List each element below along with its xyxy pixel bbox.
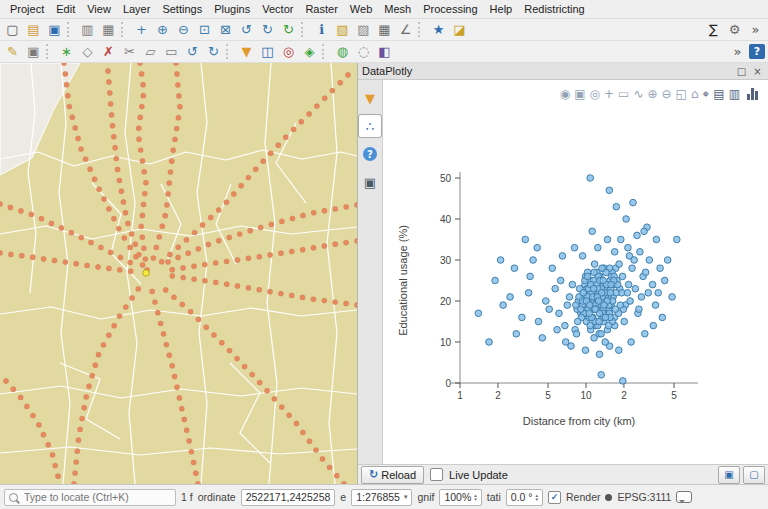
chevron-down-icon[interactable]: ▾ (404, 493, 408, 501)
station-point[interactable] (139, 104, 144, 109)
station-point[interactable] (333, 299, 338, 304)
station-point[interactable] (159, 259, 164, 264)
station-point[interactable] (72, 470, 77, 475)
station-point[interactable] (121, 199, 126, 204)
station-point[interactable] (115, 167, 120, 172)
coordinate-input[interactable]: 2522171,2425258 (241, 489, 336, 506)
station-point[interactable] (93, 363, 98, 368)
station-point[interactable] (191, 277, 196, 282)
plot-tab[interactable]: ∴ (359, 115, 381, 137)
magnifier-spinner[interactable]: 100% ▴▾ (439, 489, 481, 506)
station-point[interactable] (186, 438, 191, 443)
station-point[interactable] (267, 289, 272, 294)
station-point[interactable] (242, 364, 247, 369)
station-point[interactable] (216, 238, 221, 243)
station-point[interactable] (204, 325, 209, 330)
station-point[interactable] (343, 301, 348, 306)
station-point[interactable] (77, 427, 82, 432)
redo-button[interactable]: ↻ (204, 43, 223, 61)
station-point[interactable] (140, 82, 145, 87)
station-point[interactable] (289, 249, 294, 254)
station-point[interactable] (181, 275, 186, 280)
station-point[interactable] (171, 148, 176, 153)
new-print-layout-button[interactable]: ▥ (78, 21, 97, 39)
station-point[interactable] (167, 180, 172, 185)
station-point[interactable] (67, 104, 72, 109)
station-point[interactable] (70, 115, 75, 120)
station-point[interactable] (176, 245, 181, 250)
station-point[interactable] (136, 137, 141, 142)
station-point[interactable] (167, 353, 172, 358)
station-point[interactable] (191, 264, 196, 269)
station-point[interactable] (313, 447, 318, 452)
station-point[interactable] (18, 395, 23, 400)
measure-line-button[interactable]: ∠ (396, 21, 415, 39)
station-point[interactable] (172, 137, 177, 142)
station-point[interactable] (264, 388, 269, 393)
zoom-next-button[interactable]: ↻ (258, 21, 277, 39)
dataplotly-logo-tab[interactable]: ▼ (359, 87, 381, 109)
pan-icon[interactable]: + (604, 88, 614, 100)
statistical-summary-button[interactable]: ∑ (704, 21, 723, 39)
station-point[interactable] (330, 88, 335, 93)
station-point[interactable] (320, 456, 325, 461)
spikelines-icon[interactable]: ⌖ (703, 88, 710, 100)
station-point[interactable] (140, 235, 145, 240)
station-point[interactable] (106, 333, 111, 338)
station-point[interactable] (63, 259, 68, 264)
station-point[interactable] (106, 266, 111, 271)
menu-view[interactable]: View (81, 1, 117, 17)
station-point[interactable] (3, 378, 8, 383)
station-point[interactable] (139, 71, 144, 76)
station-point[interactable] (174, 385, 179, 390)
menu-settings[interactable]: Settings (156, 1, 208, 17)
mmqgis-menu-button[interactable]: ◌ (354, 43, 373, 61)
station-point[interactable] (224, 282, 229, 287)
station-point[interactable] (193, 471, 198, 476)
station-point[interactable] (136, 126, 141, 131)
station-point[interactable] (73, 125, 78, 130)
station-point[interactable] (50, 452, 55, 457)
station-point[interactable] (333, 242, 338, 247)
station-point[interactable] (138, 147, 143, 152)
station-point[interactable] (289, 293, 294, 298)
station-point[interactable] (152, 299, 157, 304)
station-point[interactable] (105, 68, 110, 73)
station-point[interactable] (237, 231, 242, 236)
station-point[interactable] (75, 136, 80, 141)
station-point[interactable] (345, 72, 350, 77)
menu-help[interactable]: Help (484, 1, 519, 17)
zoom-out-icon[interactable]: ⊖ (662, 88, 672, 100)
station-point[interactable] (206, 242, 211, 247)
station-point[interactable] (96, 187, 101, 192)
cut-features-button[interactable]: ✂ (120, 43, 139, 61)
station-point[interactable] (108, 101, 113, 106)
station-point[interactable] (36, 422, 41, 427)
scatter-plot[interactable]: 125102501020304050Educational usage (%)D… (383, 80, 768, 464)
station-point[interactable] (257, 380, 262, 385)
station-point[interactable] (122, 235, 127, 240)
station-point[interactable] (141, 93, 146, 98)
station-point[interactable] (92, 177, 97, 182)
save-layer-edits-button[interactable]: ▣ (24, 43, 43, 61)
station-point[interactable] (90, 373, 95, 378)
station-point[interactable] (30, 413, 35, 418)
station-point[interactable] (140, 262, 145, 267)
station-point[interactable] (257, 254, 262, 259)
station-point[interactable] (76, 438, 81, 443)
station-point[interactable] (158, 321, 163, 326)
station-point[interactable] (253, 167, 258, 172)
station-point[interactable] (279, 219, 284, 224)
station-point[interactable] (276, 143, 281, 148)
station-point[interactable] (322, 96, 327, 101)
station-point[interactable] (8, 205, 13, 210)
station-point[interactable] (69, 230, 74, 235)
station-point[interactable] (140, 158, 145, 163)
station-point[interactable] (154, 245, 159, 250)
identify-features-button[interactable]: ℹ (312, 21, 331, 39)
station-point[interactable] (157, 234, 162, 239)
station-point[interactable] (111, 216, 116, 221)
station-point[interactable] (188, 309, 193, 314)
station-point[interactable] (29, 212, 34, 217)
zoom-last-button[interactable]: ↺ (237, 21, 256, 39)
